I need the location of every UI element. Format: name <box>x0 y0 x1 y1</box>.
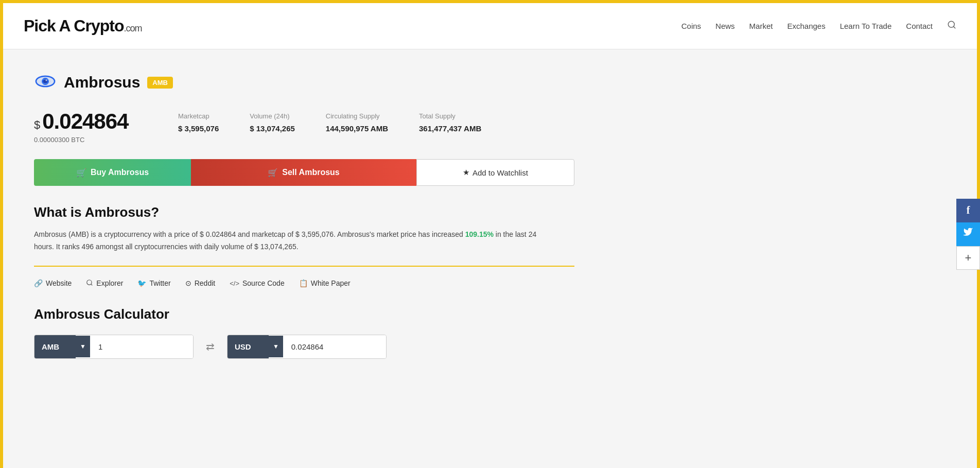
what-is-desc: Ambrosus (AMB) is a cryptocurrency with … <box>34 229 549 253</box>
header: Pick A Crypto.com Coins News Market Exch… <box>3 3 977 49</box>
to-value-input[interactable] <box>283 335 386 358</box>
stat-marketcap: Marketcap $ 3,595,076 <box>178 112 219 133</box>
link-reddit[interactable]: ⊙ Reddit <box>185 279 215 287</box>
link-white-paper[interactable]: 📋 White Paper <box>299 279 351 287</box>
cart-icon: 🛒 <box>76 168 86 178</box>
from-currency-arrow: ▼ <box>76 336 90 357</box>
stat-volume: Volume (24h) $ 13,074,265 <box>250 112 295 133</box>
to-currency-group: USD ▼ <box>227 335 387 359</box>
from-currency-group: AMB ▼ <box>34 335 194 359</box>
facebook-icon: f <box>967 204 970 216</box>
marketcap-label: Marketcap <box>178 112 219 120</box>
link-icon: 🔗 <box>34 279 43 287</box>
link-explorer[interactable]: Explorer <box>86 279 123 288</box>
svg-line-9 <box>91 284 93 285</box>
logo[interactable]: Pick A Crypto.com <box>24 16 142 36</box>
expand-button[interactable]: + <box>956 246 980 270</box>
coin-badge: AMB <box>147 77 173 89</box>
circulating-value: 144,590,975 AMB <box>326 124 388 133</box>
twitter-sidebar-icon <box>963 228 973 240</box>
svg-line-1 <box>953 26 955 28</box>
paper-icon: 📋 <box>299 279 308 287</box>
facebook-button[interactable]: f <box>956 199 980 222</box>
what-is-section: What is Ambrosus? Ambrosus (AMB) is a cr… <box>34 204 946 253</box>
from-value-input[interactable] <box>90 335 193 358</box>
nav-news[interactable]: News <box>715 22 735 30</box>
svg-point-6 <box>46 80 47 81</box>
stat-total-supply: Total Supply 361,477,437 AMB <box>419 112 481 133</box>
sidebar-social: f + <box>956 199 980 270</box>
main-nav: Coins News Market Exchanges Learn To Tra… <box>681 20 956 32</box>
sell-button[interactable]: 🛒 Sell Ambrosus <box>191 159 416 186</box>
price-usd: $ 0.024864 <box>34 109 147 134</box>
price-dollar: $ <box>34 118 40 132</box>
nav-exchanges[interactable]: Exchanges <box>787 22 825 30</box>
calculator-title: Ambrosus Calculator <box>34 306 946 322</box>
price-section: $ 0.024864 0.00000300 BTC Marketcap $ 3,… <box>34 109 946 144</box>
from-currency-select[interactable]: AMB <box>34 335 76 358</box>
reddit-icon: ⊙ <box>185 279 191 287</box>
price-value: 0.024864 <box>42 109 128 134</box>
stats-group: Marketcap $ 3,595,076 Volume (24h) $ 13,… <box>178 109 481 133</box>
to-currency-select[interactable]: USD <box>227 335 269 358</box>
price-btc: 0.00000300 BTC <box>34 136 147 144</box>
sell-cart-icon: 🛒 <box>268 168 278 178</box>
twitter-sidebar-button[interactable] <box>956 222 980 246</box>
price-main: $ 0.024864 0.00000300 BTC <box>34 109 147 144</box>
link-source-code[interactable]: </> Source Code <box>230 279 285 287</box>
links-row: 🔗 Website Explorer 🐦 Twitter ⊙ Reddit </… <box>34 279 946 288</box>
nav-coins[interactable]: Coins <box>681 22 701 30</box>
link-website[interactable]: 🔗 Website <box>34 279 72 287</box>
link-twitter[interactable]: 🐦 Twitter <box>137 279 170 287</box>
marketcap-value: $ 3,595,076 <box>178 124 219 133</box>
volume-label: Volume (24h) <box>250 112 295 120</box>
nav-learn[interactable]: Learn To Trade <box>840 22 892 30</box>
volume-value: $ 13,074,265 <box>250 124 295 133</box>
main-content: Ambrosus AMB $ 0.024864 0.00000300 BTC M… <box>3 49 977 468</box>
svg-point-8 <box>87 280 92 284</box>
coin-name: Ambrosus <box>64 74 140 91</box>
swap-icon: ⇄ <box>202 340 219 353</box>
coin-header: Ambrosus AMB <box>34 70 946 95</box>
nav-contact[interactable]: Contact <box>906 22 933 30</box>
calculator-row: AMB ▼ ⇄ USD ▼ <box>34 335 497 359</box>
stat-circulating: Circulating Supply 144,590,975 AMB <box>326 112 388 133</box>
star-icon: ★ <box>463 168 469 177</box>
watchlist-button[interactable]: ★ Add to Watchlist <box>416 159 574 186</box>
what-is-title: What is Ambrosus? <box>34 204 946 220</box>
action-buttons: 🛒 Buy Ambrosus 🛒 Sell Ambrosus ★ Add to … <box>34 159 574 186</box>
nav-market[interactable]: Market <box>749 22 773 30</box>
total-supply-value: 361,477,437 AMB <box>419 124 481 133</box>
plus-icon: + <box>965 251 972 265</box>
twitter-link-icon: 🐦 <box>137 279 146 287</box>
search-icon[interactable] <box>947 20 956 32</box>
code-icon: </> <box>230 280 239 287</box>
logo-text: Pick A Crypto.com <box>24 16 142 35</box>
total-supply-label: Total Supply <box>419 112 481 120</box>
buy-button[interactable]: 🛒 Buy Ambrosus <box>34 159 191 186</box>
divider <box>34 266 574 267</box>
calculator-section: Ambrosus Calculator AMB ▼ ⇄ USD ▼ <box>34 306 946 359</box>
search-link-icon <box>86 279 93 288</box>
to-currency-arrow: ▼ <box>269 336 283 357</box>
coin-icon <box>34 70 57 95</box>
circulating-label: Circulating Supply <box>326 112 388 120</box>
